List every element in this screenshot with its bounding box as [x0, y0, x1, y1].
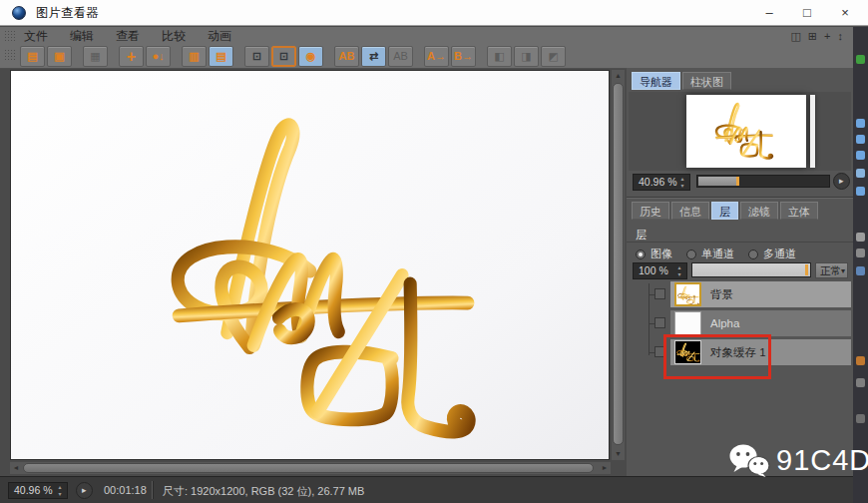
opacity-spinner-icon[interactable]: [675, 264, 683, 278]
layer-row-alpha[interactable]: Alpha: [670, 310, 851, 336]
radio-multi-channel[interactable]: 多通道: [748, 247, 796, 261]
maximize-button[interactable]: □: [790, 0, 824, 26]
set-image-a-button[interactable]: A→: [424, 46, 449, 67]
compare-mode-2-button[interactable]: ◨: [514, 46, 539, 67]
wechat-icon: [728, 443, 770, 477]
drag-handle-icon[interactable]: [4, 30, 16, 42]
layer-name: 背景: [710, 281, 733, 307]
layer-row-background[interactable]: 背景: [670, 281, 851, 307]
horizontal-scrollbar[interactable]: ◄ ►: [10, 462, 611, 474]
image-info-text: 尺寸: 1920x1200, RGB (32 位), 26.77 MB: [163, 484, 364, 499]
background-window-strip: [853, 27, 868, 503]
layer-visibility-checkbox[interactable]: [654, 317, 665, 328]
scroll-right-icon[interactable]: ►: [599, 462, 611, 474]
scroll-left-icon[interactable]: ◄: [10, 462, 22, 474]
open-image-button[interactable]: ▤: [20, 46, 45, 67]
compare-frame-b-button[interactable]: ⊡: [271, 46, 296, 67]
minimize-button[interactable]: –: [752, 0, 786, 26]
compare-frame-b-icon: ⊡: [279, 51, 288, 62]
layers-section-label: 层: [636, 228, 647, 243]
app-icon: [12, 6, 26, 20]
layer-name: Alpha: [710, 310, 739, 336]
delete-image-button[interactable]: ▥: [182, 46, 207, 67]
background-app-icon: [856, 414, 865, 423]
status-play-button[interactable]: [76, 482, 93, 499]
menu-file[interactable]: 文件: [24, 27, 48, 45]
frame-grid-button[interactable]: ▦: [83, 46, 108, 67]
menu-compare[interactable]: 比较: [162, 27, 186, 45]
layer-thumbnail[interactable]: [674, 282, 701, 306]
status-bar: 40.96 % 00:01:18 尺寸: 1920x1200, RGB (32 …: [0, 476, 853, 503]
tab-layers[interactable]: 层: [711, 202, 738, 220]
zoom-slider-marker: [736, 177, 739, 186]
status-zoom-value: 40.96 %: [14, 484, 53, 496]
tab-histogram[interactable]: 柱状图: [682, 72, 731, 90]
vertical-scrollbar[interactable]: ▲ ▼: [612, 70, 625, 460]
zoom-spinner-icon[interactable]: [56, 484, 64, 498]
radio-dot-icon: [636, 250, 646, 259]
set-image-b-button[interactable]: B→: [451, 46, 476, 67]
render-view-button[interactable]: ●↓: [146, 46, 171, 67]
radio-image[interactable]: 图像: [636, 247, 672, 261]
toolbar: ▤▣▦+●↓▥▤⊡⊡◉AB⇄ABA→B→◧◨◩: [0, 45, 853, 69]
vertical-scroll-thumb[interactable]: [613, 83, 624, 445]
zoom-slider-thumb[interactable]: [698, 177, 736, 186]
ab-swap-button[interactable]: ⇄: [361, 46, 386, 67]
navigator-play-button[interactable]: [833, 173, 850, 190]
image-viewport[interactable]: [10, 70, 610, 460]
move-image-icon: +: [127, 49, 136, 65]
resize-panel-icon[interactable]: ↕: [838, 27, 844, 45]
layer-thumbnail[interactable]: [674, 311, 701, 335]
layer-visibility-checkbox[interactable]: [654, 288, 665, 299]
gold-wire-sculpture-image: [157, 91, 480, 462]
ab-off-button[interactable]: AB: [388, 46, 413, 67]
layer-opacity-slider[interactable]: [691, 262, 811, 277]
drag-handle-icon[interactable]: [4, 49, 16, 61]
tab-filter[interactable]: 滤镜: [740, 202, 778, 220]
navigator-zoom-slider[interactable]: [696, 175, 830, 188]
remove-image-button[interactable]: ▤: [209, 46, 233, 67]
zoom-spinner-icon[interactable]: [678, 176, 686, 190]
scroll-down-icon[interactable]: ▼: [612, 448, 625, 460]
compare-ball-button[interactable]: ◉: [298, 46, 323, 67]
tab-stereo[interactable]: 立体: [780, 202, 818, 220]
navigator-thumbnail[interactable]: [686, 95, 806, 168]
layer-opacity-field[interactable]: 100 %: [633, 262, 687, 279]
remove-image-icon: ▤: [216, 51, 225, 62]
move-panel-icon[interactable]: +: [824, 27, 830, 45]
window-title: 图片查看器: [36, 0, 99, 26]
background-app-icon: [856, 356, 865, 365]
blend-mode-dropdown[interactable]: 正常: [815, 262, 848, 278]
close-button[interactable]: ×: [828, 0, 862, 26]
ab-compare-button[interactable]: AB: [334, 46, 359, 67]
save-image-button[interactable]: ▣: [47, 46, 72, 67]
set-image-b-icon: B→: [454, 51, 473, 62]
compare-ball-icon: ◉: [306, 51, 316, 62]
compare-frame-a-button[interactable]: ⊡: [244, 46, 269, 67]
radio-single-channel[interactable]: 单通道: [686, 247, 734, 261]
compare-mode-3-icon: ◩: [548, 51, 558, 62]
tab-navigator[interactable]: 导航器: [632, 72, 680, 90]
menu-edit[interactable]: 编辑: [70, 27, 94, 45]
tab-history[interactable]: 历史: [632, 202, 669, 220]
background-app-icon: [856, 266, 865, 275]
menu-animate[interactable]: 动画: [208, 27, 231, 45]
horizontal-scroll-thumb[interactable]: [23, 463, 594, 473]
thumbnail-sculpture-image: [712, 98, 774, 164]
compare-mode-1-button[interactable]: ◧: [487, 46, 512, 67]
layer-opacity-value: 100 %: [639, 264, 668, 276]
background-app-icon: [856, 135, 865, 144]
red-annotation-box: [663, 334, 771, 379]
add-panel-icon[interactable]: ⊞: [808, 27, 817, 45]
status-separator: [152, 481, 153, 499]
navigator-zoom-field[interactable]: 40.96 %: [633, 174, 690, 191]
compare-mode-3-button[interactable]: ◩: [541, 46, 566, 67]
status-zoom-field[interactable]: 40.96 %: [8, 482, 68, 499]
ab-off-icon: AB: [393, 51, 408, 62]
menu-view[interactable]: 查看: [116, 27, 140, 45]
move-image-button[interactable]: +: [119, 46, 144, 67]
radio-multi-channel-label: 多通道: [763, 247, 796, 261]
scroll-up-icon[interactable]: ▲: [612, 70, 625, 82]
split-panel-icon[interactable]: ◫: [790, 27, 800, 45]
tab-info[interactable]: 信息: [671, 202, 709, 220]
